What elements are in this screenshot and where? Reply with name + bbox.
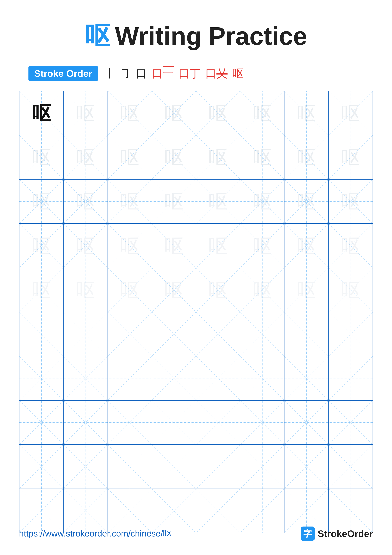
- grid-cell[interactable]: 呕: [196, 179, 240, 224]
- footer-url[interactable]: https://www.strokeorder.com/chinese/呕: [19, 528, 172, 540]
- grid-cell[interactable]: [196, 489, 240, 533]
- grid-cell[interactable]: [328, 445, 373, 489]
- grid-cell[interactable]: 呕: [108, 268, 152, 312]
- grid-cell[interactable]: [19, 356, 64, 400]
- grid-cell[interactable]: [19, 489, 64, 533]
- grid-cell[interactable]: [64, 489, 107, 533]
- grid-cell[interactable]: 呕: [240, 91, 284, 135]
- grid-cell[interactable]: 呕: [240, 179, 284, 224]
- svg-line-14: [329, 91, 372, 135]
- grid-cell[interactable]: 呕: [19, 268, 64, 312]
- svg-line-64: [20, 268, 63, 312]
- grid-cell[interactable]: 呕: [284, 179, 328, 224]
- svg-line-18: [64, 135, 107, 179]
- grid-row: [19, 356, 373, 400]
- grid-cell[interactable]: [328, 312, 373, 356]
- grid-cell[interactable]: [64, 312, 107, 356]
- grid-cell[interactable]: 呕: [328, 268, 373, 312]
- grid-cell[interactable]: 呕: [64, 268, 107, 312]
- grid-row: 呕 呕 呕 呕 呕 呕 呕 呕: [19, 179, 373, 224]
- svg-line-23: [152, 135, 196, 179]
- grid-cell[interactable]: [196, 445, 240, 489]
- grid-cell[interactable]: [196, 401, 240, 445]
- grid-cell[interactable]: [152, 356, 196, 400]
- grid-cell[interactable]: [284, 445, 328, 489]
- grid-cell[interactable]: [284, 312, 328, 356]
- grid-cell[interactable]: 呕: [108, 179, 152, 224]
- grid-cell[interactable]: [152, 312, 196, 356]
- grid-cell[interactable]: 呕: [152, 224, 196, 268]
- grid-cell[interactable]: 呕: [196, 91, 240, 135]
- grid-cell[interactable]: [108, 401, 152, 445]
- grid-cell[interactable]: [240, 401, 284, 445]
- grid-cell[interactable]: [196, 312, 240, 356]
- grid-cell[interactable]: 呕: [152, 91, 196, 135]
- grid-cell[interactable]: [19, 445, 64, 489]
- grid-cell[interactable]: 呕: [19, 179, 64, 224]
- grid-cell[interactable]: 呕: [196, 224, 240, 268]
- grid-cell[interactable]: 呕: [64, 179, 107, 224]
- grid-cell[interactable]: 呕: [64, 224, 107, 268]
- grid-cell[interactable]: 呕: [240, 268, 284, 312]
- svg-line-116: [108, 401, 152, 445]
- svg-line-152: [196, 489, 240, 533]
- grid-cell[interactable]: 呕: [328, 135, 373, 179]
- svg-line-58: [240, 224, 284, 268]
- svg-line-128: [20, 445, 63, 489]
- grid-cell[interactable]: 呕: [284, 135, 328, 179]
- grid-cell[interactable]: [284, 356, 328, 400]
- grid-cell[interactable]: [240, 445, 284, 489]
- grid-cell[interactable]: [19, 312, 64, 356]
- grid-cell[interactable]: 呕: [328, 224, 373, 268]
- grid-cell[interactable]: [284, 401, 328, 445]
- grid-cell[interactable]: 呕: [108, 135, 152, 179]
- grid-cell[interactable]: 呕: [108, 91, 152, 135]
- grid-cell[interactable]: [64, 401, 107, 445]
- grid-cell[interactable]: 呕: [64, 135, 107, 179]
- grid-cell[interactable]: [64, 445, 107, 489]
- grid-cell[interactable]: 呕: [196, 135, 240, 179]
- grid-cell[interactable]: 呕: [240, 224, 284, 268]
- svg-line-9: [196, 91, 240, 135]
- svg-line-52: [108, 224, 152, 268]
- grid-cell[interactable]: [152, 445, 196, 489]
- grid-cell[interactable]: [240, 356, 284, 400]
- grid-cell[interactable]: 呕: [284, 224, 328, 268]
- grid-cell[interactable]: [108, 445, 152, 489]
- grid-cell[interactable]: [328, 401, 373, 445]
- svg-line-25: [196, 135, 240, 179]
- grid-cell[interactable]: [19, 401, 64, 445]
- grid-cell[interactable]: [152, 401, 196, 445]
- grid-cell[interactable]: 呕: [328, 179, 373, 224]
- grid-cell[interactable]: 呕: [152, 179, 196, 224]
- grid-cell[interactable]: 呕: [284, 91, 328, 135]
- grid-cell[interactable]: [108, 356, 152, 400]
- grid-cell[interactable]: [108, 489, 152, 533]
- svg-line-61: [285, 224, 328, 268]
- grid-cell[interactable]: 呕: [19, 91, 64, 135]
- svg-line-121: [196, 401, 240, 445]
- svg-line-122: [240, 401, 284, 445]
- grid-cell[interactable]: [240, 312, 284, 356]
- svg-line-156: [285, 489, 328, 533]
- grid-cell[interactable]: 呕: [19, 135, 64, 179]
- grid-cell[interactable]: 呕: [152, 135, 196, 179]
- grid-cell[interactable]: [64, 356, 107, 400]
- grid-cell[interactable]: 呕: [328, 91, 373, 135]
- grid-cell[interactable]: 呕: [152, 268, 196, 312]
- grid-cell[interactable]: [152, 489, 196, 533]
- stroke-step-5: 口丁: [178, 66, 201, 81]
- grid-cell[interactable]: 呕: [64, 91, 107, 135]
- grid-cell[interactable]: [284, 489, 328, 533]
- grid-cell[interactable]: 呕: [240, 135, 284, 179]
- grid-cell[interactable]: [328, 356, 373, 400]
- grid-cell[interactable]: [108, 312, 152, 356]
- grid-cell[interactable]: 呕: [19, 224, 64, 268]
- grid-cell[interactable]: 呕: [284, 268, 328, 312]
- grid-cell[interactable]: [328, 489, 373, 533]
- svg-line-0: [20, 91, 63, 135]
- grid-cell[interactable]: 呕: [196, 268, 240, 312]
- grid-cell[interactable]: 呕: [108, 224, 152, 268]
- grid-cell[interactable]: [196, 356, 240, 400]
- grid-cell[interactable]: [240, 489, 284, 533]
